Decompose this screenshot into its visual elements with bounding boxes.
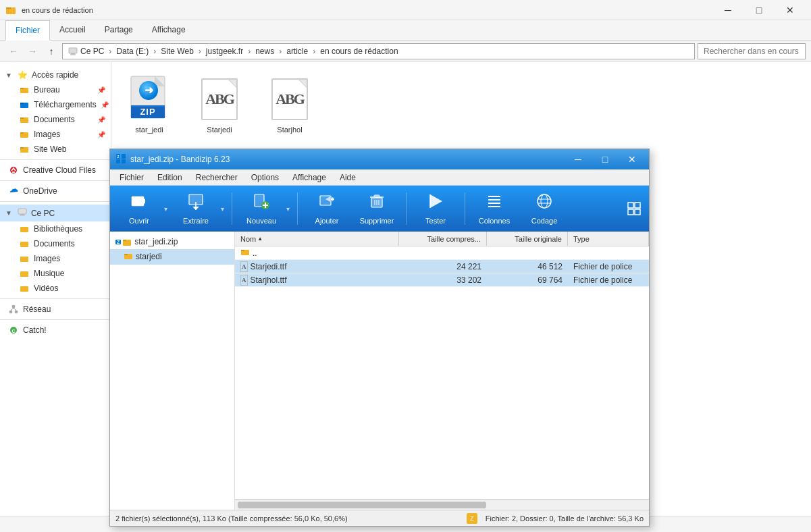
- sidebar-item-telechargements[interactable]: Téléchargements 📌: [0, 97, 111, 112]
- sidebar-item-documents[interactable]: Documents 📌: [0, 112, 111, 127]
- explorer-minimize-button[interactable]: ─: [712, 0, 743, 20]
- sidebar-item-bibliotheques[interactable]: Bibliothèques: [0, 221, 111, 236]
- tab-accueil[interactable]: Accueil: [50, 20, 95, 40]
- bz-extraire-dropdown[interactable]: ▾: [218, 188, 226, 229]
- sidebar-item-siteweb[interactable]: Site Web: [0, 142, 111, 157]
- bz-menu-edition[interactable]: Edition: [151, 169, 189, 186]
- bz-menu-affichage[interactable]: Affichage: [286, 169, 333, 186]
- sidebar-label-documents: Documents: [34, 115, 75, 124]
- bz-tool-ouvrir[interactable]: Ouvrir: [115, 188, 163, 229]
- bz-col-header-original[interactable]: Taille originale: [487, 232, 568, 246]
- bz-cell-original-starjedi: 46 512: [487, 262, 568, 271]
- bz-tool-colonnes[interactable]: Colonnes: [471, 188, 518, 229]
- bz-file-row-parent[interactable]: ..: [235, 246, 649, 260]
- svg-rect-1: [6, 7, 11, 9]
- bz-cell-name-parent: ..: [235, 247, 399, 259]
- svg-rect-6: [20, 88, 24, 89]
- search-input[interactable]: [698, 43, 806, 59]
- file-item-star-jedi-zip[interactable]: ➜ ZIP star_jedi: [122, 73, 176, 136]
- svg-rect-10: [20, 117, 24, 119]
- bz-nouveau-dropdown[interactable]: ▾: [284, 188, 292, 229]
- sidebar-item-onedrive[interactable]: OneDrive: [0, 184, 111, 198]
- file-item-starjhol[interactable]: ABG Starjhol: [263, 73, 317, 136]
- sidebar-item-documents2[interactable]: Documents: [0, 236, 111, 251]
- explorer-close-button[interactable]: ✕: [775, 0, 806, 20]
- nav-up-button[interactable]: ↑: [43, 43, 59, 59]
- bz-file-row-starjhol-ttf[interactable]: A Starjhol.ttf 33 202 69 764 Fichier de …: [235, 273, 649, 287]
- tab-affichage[interactable]: Affichage: [142, 20, 195, 40]
- bz-view-toggle[interactable]: [625, 199, 644, 218]
- bz-cell-name-starjedi: A Starjedi.ttf: [235, 261, 399, 272]
- bz-col-header-compressed[interactable]: Taille compres...: [399, 232, 487, 246]
- bz-tool-nouveau[interactable]: Nouveau: [238, 188, 285, 229]
- svg-marker-65: [430, 194, 442, 208]
- breadcrumb-justgeek: justgeek.fr: [206, 47, 243, 56]
- svg-rect-4: [70, 54, 76, 55]
- nav-forward-button[interactable]: →: [24, 43, 41, 59]
- svg-rect-61: [374, 195, 380, 197]
- bz-tree-label-starjedi: starjedi: [136, 252, 162, 261]
- bz-col-header-type[interactable]: Type: [568, 232, 649, 246]
- svg-point-72: [541, 194, 548, 208]
- explorer-maximize-button[interactable]: □: [743, 0, 775, 20]
- font-file-icon-starjhol: ABG: [266, 76, 313, 123]
- bz-close-button[interactable]: ✕: [621, 150, 644, 169]
- sidebar-label-documents2: Documents: [34, 239, 75, 248]
- svg-rect-45: [122, 159, 126, 163]
- svg-rect-44: [116, 159, 120, 163]
- svg-rect-8: [20, 103, 24, 104]
- bz-tree-item-starjedi[interactable]: starjedi: [110, 249, 234, 265]
- sidebar-item-catch[interactable]: C Catch!: [0, 323, 111, 338]
- bz-tool-supprimer[interactable]: Supprimer: [353, 188, 400, 229]
- sidebar-item-bureau[interactable]: Bureau 📌: [0, 82, 111, 97]
- bz-cell-compressed-starjhol: 33 202: [399, 275, 487, 285]
- bz-tool-codage[interactable]: Codage: [521, 188, 568, 229]
- sidebar-label-cepc: Ce PC: [31, 209, 55, 218]
- svg-point-71: [538, 194, 551, 208]
- bz-status-left: 2 fichier(s) sélectionné(s), 113 Ko (Tai…: [115, 514, 459, 523]
- sidebar-label-images: Images: [34, 130, 60, 139]
- bz-toolbar: Ouvrir ▾ Extraire ▾ Nouveau ▾ Ajouter: [110, 186, 649, 232]
- nav-back-button[interactable]: ←: [5, 43, 22, 59]
- bz-col-header-name[interactable]: Nom ▲: [235, 232, 399, 246]
- bz-maximize-button[interactable]: □: [594, 150, 617, 169]
- bz-tree-item-zip[interactable]: Z star_jedi.zip: [110, 234, 234, 249]
- explorer-title-bar: en cours de rédaction ─ □ ✕: [0, 0, 811, 20]
- sidebar-item-musique[interactable]: Musique: [0, 266, 111, 281]
- bz-colonnes-label: Colonnes: [479, 217, 510, 225]
- bz-tool-extraire[interactable]: Extraire: [172, 188, 219, 229]
- sidebar-item-videos[interactable]: Vidéos: [0, 281, 111, 296]
- sidebar-item-images[interactable]: Images 📌: [0, 127, 111, 142]
- bz-scrollbar-horizontal[interactable]: [235, 499, 649, 510]
- svg-line-28: [11, 308, 14, 311]
- breadcrumb-siteweb: Site Web: [161, 47, 193, 56]
- sidebar-item-cepc[interactable]: ▼ Ce PC: [0, 205, 111, 221]
- bz-menu-options[interactable]: Options: [244, 169, 286, 186]
- bz-tool-ajouter[interactable]: Ajouter: [303, 188, 350, 229]
- tab-fichier[interactable]: Fichier: [5, 20, 50, 41]
- sidebar-item-images2[interactable]: Images: [0, 251, 111, 266]
- sidebar-label-reseau: Réseau: [23, 304, 51, 314]
- bz-cell-original-starjhol: 69 764: [487, 275, 568, 285]
- svg-point-27: [15, 311, 18, 313]
- bz-menu-rechercher[interactable]: Rechercher: [189, 169, 244, 186]
- bz-ajouter-icon: [318, 192, 336, 214]
- sidebar-item-creativecloud[interactable]: Accès rapide Creative Cloud Files: [0, 163, 111, 178]
- sidebar-section-quickaccess[interactable]: ▼ ⭐ Accès rapide: [0, 68, 111, 82]
- svg-rect-3: [71, 53, 75, 55]
- bz-minimize-button[interactable]: ─: [567, 150, 590, 169]
- file-item-starjedi[interactable]: ABG Starjedi: [192, 73, 246, 136]
- bz-tool-tester[interactable]: Tester: [412, 188, 459, 229]
- tab-partage[interactable]: Partage: [95, 20, 142, 40]
- bz-ouvrir-dropdown[interactable]: ▾: [161, 188, 169, 229]
- bz-menu-aide[interactable]: Aide: [333, 169, 363, 186]
- address-bar[interactable]: Ce PC › Data (E:) › Site Web › justgeek.…: [62, 43, 695, 59]
- zip-file-icon: ➜ ZIP: [126, 76, 173, 123]
- svg-rect-14: [20, 147, 24, 149]
- bz-menu-fichier[interactable]: Fichier: [113, 169, 151, 186]
- svg-rect-75: [628, 203, 633, 208]
- bz-ajouter-label: Ajouter: [315, 217, 339, 225]
- bz-file-row-starjedi-ttf[interactable]: A Starjedi.ttf 24 221 46 512 Fichier de …: [235, 260, 649, 273]
- sidebar-item-reseau[interactable]: Réseau: [0, 302, 111, 317]
- svg-rect-21: [20, 242, 28, 247]
